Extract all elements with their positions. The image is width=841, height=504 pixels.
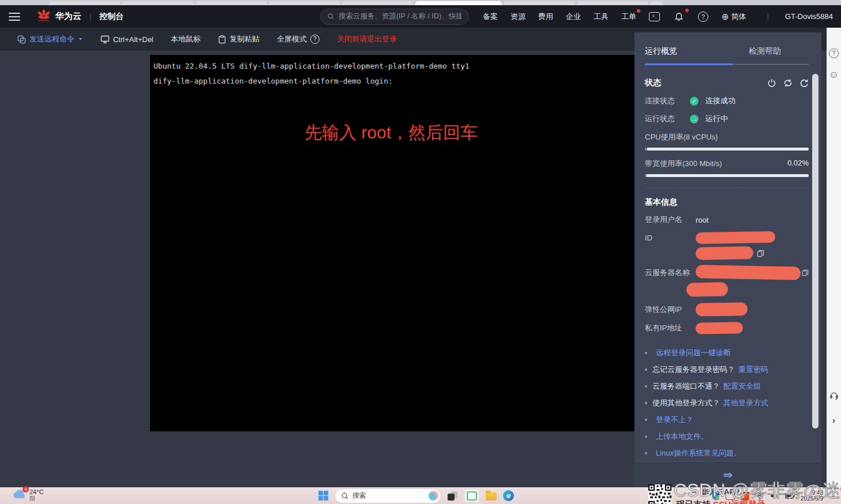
- sync-icon[interactable]: [783, 78, 793, 88]
- browser-tab[interactable]: [196, 1, 267, 5]
- help-question-icon[interactable]: ?: [829, 48, 839, 58]
- account-name[interactable]: GT-Dovis5884: [785, 12, 833, 21]
- browser-tab[interactable]: [49, 1, 121, 5]
- refresh-icon[interactable]: [799, 78, 809, 88]
- cpu-usage-label: CPU使用率(8 vCPUs): [645, 132, 809, 142]
- csdn-watermark: CSDN @雾非雾の迷惘: [674, 479, 841, 503]
- taskbar-search-box[interactable]: 搜索: [335, 488, 441, 503]
- language-switcher[interactable]: ⊕ 简体: [722, 12, 746, 22]
- overview-sidebar: 运行概览 检测帮助 状态 连接状: [634, 32, 821, 487]
- nav-item-tickets[interactable]: 工单: [621, 12, 636, 22]
- cloudshell-icon[interactable]: >_: [649, 11, 660, 22]
- login-username-row: 登录用户名 root: [645, 214, 809, 225]
- chevron-down-icon: ▼: [78, 37, 83, 42]
- support-headset-icon[interactable]: [829, 391, 839, 400]
- nav-item-beian[interactable]: 备案: [483, 12, 498, 22]
- private-ip-row: 私有IP地址: [645, 322, 809, 334]
- power-icon[interactable]: [767, 78, 776, 88]
- feedback-smiley-icon[interactable]: ☺: [829, 70, 839, 80]
- status-section-title: 状态: [645, 78, 661, 88]
- nav-item-resources[interactable]: 资源: [510, 12, 525, 22]
- browser-tab-active[interactable]: [415, 1, 502, 5]
- browser-tab[interactable]: [269, 1, 340, 5]
- copy-icon[interactable]: [802, 269, 809, 276]
- nav-item-tools[interactable]: 工具: [594, 12, 609, 22]
- cpu-usage-bar: [645, 148, 809, 151]
- bullet-icon: [645, 452, 647, 454]
- link-reset-password[interactable]: 重置密码: [738, 364, 768, 375]
- local-mouse-button[interactable]: 本地鼠标: [171, 34, 201, 44]
- fullscreen-help-icon[interactable]: ?: [310, 35, 320, 44]
- send-command-icon: [17, 35, 26, 44]
- red-instruction-annotation: 先输入 root，然后回车: [305, 121, 478, 145]
- nav-divider: |: [89, 12, 91, 21]
- list-item: 云服务器端口不通？配置安全组: [645, 381, 809, 392]
- vnc-terminal[interactable]: Ubuntu 22.04.5 LTS dify-llm-application-…: [150, 55, 634, 431]
- check-circle-icon: ✓: [690, 97, 699, 106]
- search-icon: [341, 492, 348, 499]
- tab-run-overview[interactable]: 运行概览: [645, 46, 727, 57]
- screenshot-tool-button[interactable]: [464, 489, 479, 502]
- redaction-blob: [696, 265, 801, 280]
- language-label: 简体: [731, 12, 746, 22]
- bandwidth-usage-value: 0.02%: [787, 159, 809, 169]
- globe-icon: ⊕: [722, 12, 729, 22]
- windows-start-button[interactable]: [318, 491, 328, 501]
- link-upload-local-files[interactable]: 上传本地文件。: [656, 431, 708, 442]
- tab-detection-help[interactable]: 检测帮助: [727, 46, 809, 57]
- connection-status-row: 连接状态 ✓ 连接成功: [645, 96, 809, 106]
- sidebar-scrollbar[interactable]: [812, 74, 819, 428]
- redaction-blob: [696, 231, 775, 244]
- top-nav: HUAWEI 华为云 | 控制台 搜索云服务、资源(IP / 名称 / ID)、…: [0, 5, 841, 28]
- file-explorer-button[interactable]: [486, 492, 497, 501]
- fullscreen-button[interactable]: 全屏模式 ?: [277, 34, 320, 44]
- expand-chevron-icon[interactable]: ›: [832, 416, 835, 424]
- taskbar-weather-widget[interactable]: 4 24°C 阴: [13, 489, 44, 502]
- copy-icon[interactable]: [757, 250, 764, 257]
- link-configure-security-group[interactable]: 配置安全组: [723, 381, 761, 392]
- help-links-list: 远程登录问题一键诊断 忘记云服务器登录密码？重置密码 云服务器端口不通？配置安全…: [645, 348, 809, 475]
- link-linux-faq[interactable]: Linux操作系统常见问题。: [656, 448, 741, 458]
- console-link[interactable]: 控制台: [99, 12, 123, 22]
- weather-cloud-icon: 4: [13, 489, 27, 499]
- bullet-icon: [645, 402, 647, 404]
- list-item: 远程登录问题一键诊断: [645, 348, 809, 358]
- taskbar-search-label: 搜索: [352, 491, 425, 501]
- nav-item-enterprise[interactable]: 企业: [566, 12, 581, 22]
- list-item: 登录不上？: [645, 415, 809, 425]
- send-remote-command-button[interactable]: 发送远程命令 ▼: [17, 34, 83, 44]
- link-other-login-methods[interactable]: 其他登录方式: [723, 398, 768, 408]
- search-placeholder: 搜索云服务、资源(IP / 名称 / ID)、快捷操作...: [339, 12, 461, 21]
- browser-new-tab-button[interactable]: [650, 1, 663, 5]
- help-icon[interactable]: ?: [697, 11, 709, 22]
- hamburger-menu-icon[interactable]: [9, 13, 20, 21]
- terminal-line: Ubuntu 22.04.5 LTS dify-llm-application-…: [153, 62, 634, 71]
- list-item: 上传本地文件。: [645, 431, 809, 442]
- huawei-cloud-logo[interactable]: HUAWEI 华为云: [36, 9, 81, 24]
- copy-paste-button[interactable]: 复制粘贴: [218, 34, 260, 44]
- ctrl-alt-del-button[interactable]: Ctrl+Alt+Del: [100, 35, 153, 44]
- server-id-row-2: [645, 247, 809, 259]
- browser-tab[interactable]: [122, 1, 194, 5]
- bandwidth-usage-bar: [645, 174, 809, 177]
- screenshot-tool-icon: [467, 491, 477, 501]
- browser-tab[interactable]: [504, 1, 575, 5]
- redaction-blob: [696, 322, 743, 334]
- huawei-flower-icon: HUAWEI: [36, 9, 51, 24]
- redaction-blob: [696, 302, 748, 317]
- running-arrow-icon: →: [690, 115, 699, 123]
- monitor-icon: [100, 35, 110, 44]
- bell-icon[interactable]: [673, 11, 685, 22]
- exit-before-close-warning: 关闭前请退出登录: [337, 34, 397, 44]
- browser-tab[interactable]: [342, 1, 414, 5]
- link-cannot-login[interactable]: 登录不上？: [656, 415, 693, 425]
- edge-browser-button[interactable]: e: [503, 490, 514, 501]
- nav-item-billing[interactable]: 费用: [538, 12, 553, 22]
- global-search-input[interactable]: 搜索云服务、资源(IP / 名称 / ID)、快捷操作...: [320, 9, 469, 25]
- browser-tab-strip: [0, 0, 841, 5]
- browser-tab[interactable]: [577, 1, 648, 5]
- task-view-button[interactable]: [448, 491, 458, 501]
- link-remote-diagnosis[interactable]: 远程登录问题一键诊断: [656, 348, 731, 358]
- nav-menu: 备案 资源 费用 企业 工具 工单 >_ ? ⊕ 简体 |: [483, 11, 777, 22]
- bullet-icon: [645, 368, 647, 371]
